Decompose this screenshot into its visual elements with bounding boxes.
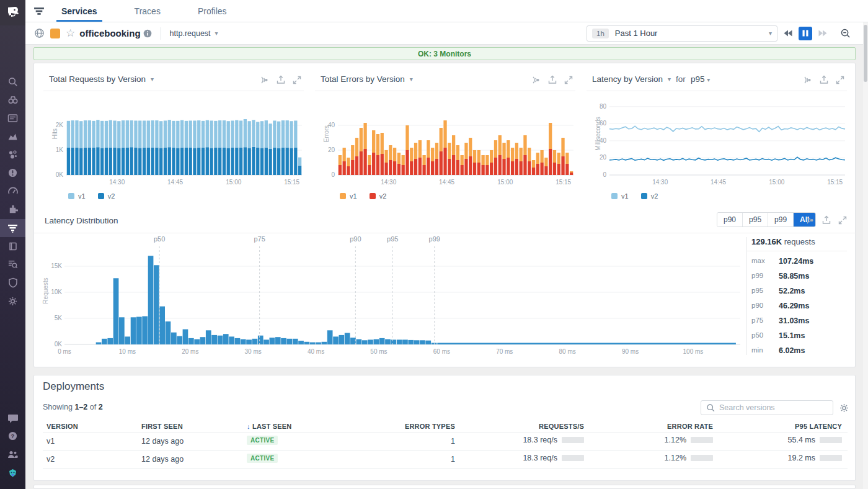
sidebar-item-search[interactable] bbox=[0, 73, 25, 91]
col-error-types[interactable]: ERROR TYPES bbox=[405, 423, 455, 430]
sidebar-item-apm[interactable] bbox=[0, 219, 25, 237]
p95-button[interactable]: p95 bbox=[743, 213, 768, 227]
sidebar-item-metrics[interactable] bbox=[0, 127, 25, 145]
sidebar-item-bits[interactable] bbox=[0, 464, 25, 482]
sidebar-item-notebooks[interactable] bbox=[0, 237, 25, 255]
legend-item-v1[interactable]: v1 bbox=[611, 192, 629, 200]
expand-icon[interactable] bbox=[838, 216, 847, 225]
col-requests[interactable]: REQUESTS/S bbox=[539, 423, 584, 430]
rewind-button[interactable] bbox=[781, 27, 795, 40]
chevron-down-icon: ▾ bbox=[151, 76, 154, 83]
forecast-icon[interactable] bbox=[531, 76, 541, 84]
sidebar-item-chat[interactable] bbox=[0, 409, 25, 427]
service-type-swatch[interactable] bbox=[50, 29, 60, 38]
legend-item-v2[interactable]: v2 bbox=[641, 192, 658, 200]
info-icon[interactable] bbox=[143, 29, 152, 38]
col-p95-latency[interactable]: P95 LATENCY bbox=[795, 423, 842, 430]
divider bbox=[43, 451, 848, 451]
search-versions-input[interactable] bbox=[719, 403, 825, 412]
fast-forward-button[interactable] bbox=[816, 27, 830, 40]
x-axis-tick: 15:15 bbox=[823, 179, 848, 186]
legend-item-v1[interactable]: v1 bbox=[68, 192, 86, 200]
requests-value: 18.3 req/s bbox=[523, 454, 557, 462]
legend-item-v2[interactable]: v2 bbox=[370, 192, 387, 200]
export-icon[interactable] bbox=[277, 75, 285, 84]
col-last-seen[interactable]: ↓ LAST SEEN bbox=[247, 423, 292, 430]
sidebar-item-security[interactable] bbox=[0, 274, 25, 292]
deployments-showing: Showing 1–2 of 2 bbox=[43, 403, 103, 411]
scrollbar-thumb[interactable] bbox=[864, 25, 867, 82]
version-cell[interactable]: v1 bbox=[46, 437, 55, 446]
latency-percentile-dropdown[interactable]: p95 ▾ bbox=[691, 74, 710, 84]
requests-chart[interactable]: 0K1K2K14:3014:4515:0015:15Hitsv1v2 bbox=[43, 91, 304, 227]
forecast-icon[interactable] bbox=[802, 76, 812, 84]
p90-button[interactable]: p90 bbox=[717, 213, 743, 227]
time-range-select[interactable]: 1h Past 1 Hour ▾ bbox=[587, 25, 777, 42]
forecast-icon[interactable] bbox=[259, 76, 269, 84]
Latency by Version-plot[interactable] bbox=[609, 94, 845, 176]
puzzle-icon bbox=[7, 204, 18, 215]
expand-icon[interactable] bbox=[836, 76, 844, 84]
sidebar-item-infrastructure[interactable] bbox=[0, 145, 25, 163]
export-icon[interactable] bbox=[548, 75, 557, 84]
Total Errors by Version-plot[interactable] bbox=[338, 94, 574, 176]
sidebar-item-watchdog[interactable] bbox=[0, 91, 25, 109]
error-rate-meter bbox=[691, 455, 713, 461]
showing-range: 1–2 bbox=[74, 403, 87, 411]
y-axis-tick: 80 bbox=[587, 103, 606, 110]
p99-button[interactable]: p99 bbox=[768, 213, 794, 227]
favorite-star-icon[interactable]: ☆ bbox=[66, 27, 75, 40]
x-axis-tick: 14:45 bbox=[706, 179, 731, 186]
forecast-icon[interactable] bbox=[805, 216, 815, 225]
expand-icon[interactable] bbox=[564, 76, 573, 84]
first-seen-cell: 12 days ago bbox=[141, 437, 184, 446]
requests-chart-title: Total Requests by Version bbox=[49, 74, 146, 84]
apm-section-icon bbox=[25, 0, 53, 22]
tab-traces[interactable]: Traces bbox=[126, 0, 169, 22]
latency-distribution-plot[interactable]: p50p75p90p95p99 bbox=[64, 234, 744, 346]
sidebar-item-logs[interactable] bbox=[0, 255, 25, 273]
requests-cell: 18.3 req/s bbox=[523, 454, 584, 462]
sidebar-item-users[interactable] bbox=[0, 446, 25, 464]
chevron-down-icon: ▾ bbox=[707, 76, 710, 83]
requests-chart-title-dropdown[interactable]: Total Requests by Version▾ bbox=[49, 74, 154, 84]
col-first-seen[interactable]: FIRST SEEN bbox=[141, 423, 183, 430]
latency-distribution-chart[interactable]: p50p75p90p95p990K5K10K15KRequests0 ms10 … bbox=[34, 233, 747, 363]
table-settings-gear-icon[interactable] bbox=[839, 403, 849, 413]
datadog-logo[interactable] bbox=[0, 0, 25, 25]
page-scrollbar[interactable] bbox=[863, 22, 868, 489]
zoom-out-button[interactable] bbox=[838, 27, 852, 40]
export-icon[interactable] bbox=[822, 215, 831, 225]
latency-chart-title-dropdown[interactable]: Latency by Version▾ for p95 ▾ bbox=[592, 74, 710, 84]
Total Requests by Version-plot[interactable] bbox=[66, 94, 302, 176]
sidebar-item-help[interactable]: ? bbox=[0, 427, 25, 445]
legend-item-v1[interactable]: v1 bbox=[340, 192, 357, 200]
apm-flamegraph-icon bbox=[7, 223, 18, 233]
sidebar-item-integrations[interactable] bbox=[0, 200, 25, 218]
errors-chart[interactable]: 0204014:3014:4515:0015:15Errorsv1v2 bbox=[315, 91, 575, 227]
legend-item-v2[interactable]: v2 bbox=[98, 192, 115, 200]
sidebar-item-events[interactable] bbox=[0, 109, 25, 127]
sidebar-item-settings[interactable] bbox=[0, 292, 25, 310]
tab-services[interactable]: Services bbox=[53, 0, 106, 22]
tab-profiles[interactable]: Profiles bbox=[189, 0, 236, 22]
version-cell[interactable]: v2 bbox=[46, 455, 55, 464]
sidebar-item-monitors[interactable] bbox=[0, 164, 25, 182]
pause-button[interactable] bbox=[799, 27, 812, 40]
latency-chart[interactable]: 02040608014:3014:4515:0015:15Millisecond… bbox=[587, 91, 847, 227]
errors-chart-title-dropdown[interactable]: Total Errors by Version▾ bbox=[321, 74, 413, 84]
percentile-marker-p75: p75 bbox=[254, 235, 265, 243]
sidebar-item-dashboards[interactable] bbox=[0, 182, 25, 200]
col-version[interactable]: VERSION bbox=[46, 423, 78, 430]
operation-select[interactable]: http.request ▾ bbox=[170, 29, 218, 38]
globe-icon[interactable] bbox=[34, 28, 45, 38]
p95-latency-cell: 19.2 ms bbox=[788, 454, 842, 462]
monitors-status-banner[interactable]: OK: 3 Monitors bbox=[33, 47, 856, 60]
expand-icon[interactable] bbox=[293, 76, 301, 84]
search-icon bbox=[706, 403, 715, 412]
col-error-rate[interactable]: ERROR RATE bbox=[667, 423, 713, 430]
stat-label: p90 bbox=[751, 302, 779, 310]
showing-total: 2 bbox=[99, 403, 103, 411]
latency-stat-p95: p9552.2ms bbox=[751, 287, 851, 295]
export-icon[interactable] bbox=[820, 75, 828, 84]
